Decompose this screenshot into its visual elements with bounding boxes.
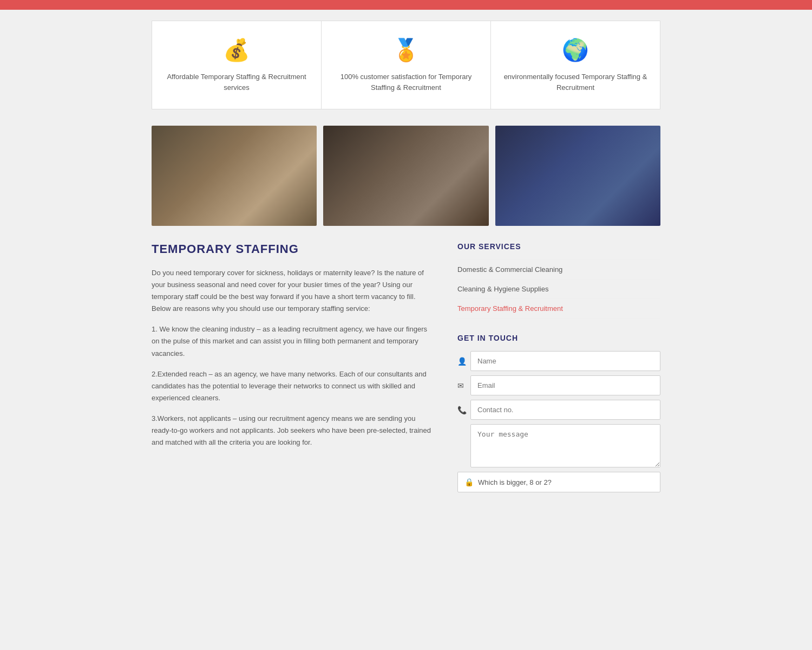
temporary-staffing-title: TEMPORARY STAFFING [152, 242, 436, 256]
right-content: OUR SERVICES Domestic & Commercial Clean… [457, 242, 660, 492]
message-row [457, 424, 660, 467]
captcha-question: Which is bigger, 8 or 2? [478, 478, 552, 486]
feature-environment: 🌍 environmentally focused Temporary Staf… [491, 21, 660, 109]
captcha-row: 🔒 Which is bigger, 8 or 2? [457, 472, 660, 492]
images-section [152, 126, 660, 226]
globe-icon: 🌍 [562, 37, 589, 63]
name-input[interactable] [470, 351, 660, 371]
feature-affordable-text: Affordable Temporary Staffing & Recruitm… [163, 72, 310, 93]
feature-satisfaction-text: 100% customer satisfaction for Temporary… [332, 72, 480, 93]
email-input[interactable] [470, 375, 660, 395]
lock-icon: 🔒 [464, 478, 474, 486]
service-cleaning-supplies[interactable]: Cleaning & Hygiene Supplies [457, 280, 660, 299]
service-temporary-staffing[interactable]: Temporary Staffing & Recruitment [457, 299, 660, 318]
feature-affordable: 💰 Affordable Temporary Staffing & Recrui… [152, 21, 322, 109]
image-3 [495, 126, 660, 226]
para-4: 3.Workers, not applicants – using our re… [152, 413, 436, 448]
para-1: Do you need temporary cover for sickness… [152, 267, 436, 315]
medal-icon: 🏅 [392, 37, 420, 63]
para-3: 2.Extended reach – as an agency, we have… [152, 368, 436, 404]
our-services-title: OUR SERVICES [457, 242, 660, 251]
main-content: TEMPORARY STAFFING Do you need temporary… [152, 242, 660, 514]
person-icon: 👤 [457, 357, 470, 366]
image-2 [323, 126, 488, 226]
phone-icon: 📞 [457, 406, 470, 414]
phone-input[interactable] [470, 400, 660, 420]
top-banner [0, 0, 812, 10]
feature-environment-text: environmentally focused Temporary Staffi… [502, 72, 649, 93]
feature-satisfaction: 🏅 100% customer satisfaction for Tempora… [322, 21, 491, 109]
message-input[interactable] [470, 424, 660, 467]
service-domestic-cleaning[interactable]: Domestic & Commercial Cleaning [457, 259, 660, 280]
email-row: ✉ [457, 375, 660, 395]
email-icon: ✉ [457, 381, 470, 390]
get-in-touch-title: GET IN TOUCH [457, 334, 660, 342]
name-row: 👤 [457, 351, 660, 371]
features-section: 💰 Affordable Temporary Staffing & Recrui… [152, 21, 660, 109]
para-2: 1. We know the cleaning industry – as a … [152, 323, 436, 359]
phone-row: 📞 [457, 400, 660, 420]
left-content: TEMPORARY STAFFING Do you need temporary… [152, 242, 436, 492]
wallet-icon: 💰 [223, 37, 250, 63]
image-1 [152, 126, 317, 226]
